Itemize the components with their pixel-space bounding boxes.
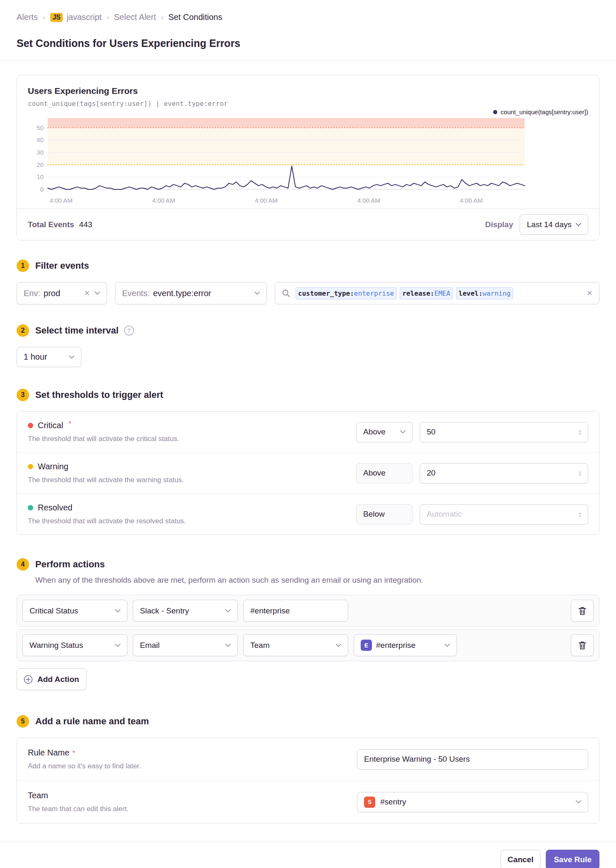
delete-action-button[interactable] bbox=[571, 634, 594, 656]
section-thresholds: 3 Set thresholds to trigger alert bbox=[17, 389, 599, 401]
action-status-select[interactable]: Critical Status bbox=[22, 600, 127, 622]
cancel-button[interactable]: Cancel bbox=[501, 850, 540, 868]
action-target-type-value: Team bbox=[250, 641, 269, 650]
javascript-project-badge: JS bbox=[50, 13, 63, 22]
svg-text:10: 10 bbox=[37, 173, 44, 180]
breadcrumb-link-project[interactable]: JS javascript bbox=[50, 12, 102, 22]
action-channel-value: #enterprise bbox=[250, 606, 290, 615]
display-label: Display bbox=[485, 220, 513, 229]
critical-description: The threshold that will activate the cri… bbox=[28, 435, 179, 443]
perform-actions-heading: Perform actions bbox=[35, 559, 105, 570]
rule-name-heading: Add a rule name and team bbox=[35, 716, 149, 727]
save-rule-button[interactable]: Save Rule bbox=[546, 850, 599, 868]
chevron-down-icon bbox=[69, 356, 74, 359]
team-select[interactable]: S #sentry bbox=[357, 792, 588, 812]
thresholds-heading: Set thresholds to trigger alert bbox=[35, 390, 163, 400]
action-row-warning: Warning Status Email Team E #enterprise bbox=[17, 629, 599, 661]
search-input[interactable]: customer_type:enterprise release:EMEA le… bbox=[275, 282, 599, 304]
time-interval-value: 1 hour bbox=[24, 352, 47, 362]
team-row: Team The team that can edit this alert. … bbox=[17, 780, 599, 823]
action-channel-input[interactable]: #enterprise bbox=[243, 600, 348, 622]
warning-label: Warning bbox=[38, 462, 68, 471]
stepper-icon[interactable]: ↕ bbox=[578, 510, 582, 519]
critical-value-input[interactable] bbox=[426, 427, 575, 437]
event-type-label: Events: bbox=[122, 289, 150, 298]
chevron-down-icon bbox=[336, 644, 341, 647]
resolved-condition-select: Below bbox=[356, 504, 413, 525]
total-events-label: Total Events bbox=[28, 220, 74, 229]
resolved-description: The threshold that will activate the res… bbox=[28, 517, 186, 525]
add-action-button[interactable]: Add Action bbox=[17, 668, 86, 690]
warning-description: The threshold that will activate the war… bbox=[28, 476, 184, 484]
help-icon[interactable]: ? bbox=[124, 326, 134, 336]
delete-action-button[interactable] bbox=[571, 600, 594, 622]
stepper-icon[interactable]: ↕ bbox=[578, 469, 582, 478]
event-type-select[interactable]: Events: event.type:error bbox=[115, 282, 267, 304]
breadcrumb-current: Set Conditions bbox=[168, 12, 222, 22]
section-time-interval: 2 Select time interval ? bbox=[17, 324, 599, 337]
action-target-type-select[interactable]: Team bbox=[243, 634, 348, 656]
trash-icon bbox=[578, 606, 587, 615]
warning-condition-value: Above bbox=[363, 468, 386, 478]
svg-text:4:00 AM: 4:00 AM bbox=[50, 197, 73, 204]
svg-text:30: 30 bbox=[37, 149, 44, 156]
chevron-down-icon bbox=[225, 644, 231, 647]
token-value: enterprise bbox=[354, 289, 394, 297]
resolved-status-dot-icon bbox=[28, 505, 33, 510]
chevron-down-icon bbox=[445, 644, 450, 647]
clear-search-icon[interactable]: × bbox=[587, 289, 592, 298]
svg-text:4:00 AM: 4:00 AM bbox=[255, 197, 278, 204]
action-status-value: Warning Status bbox=[29, 641, 83, 650]
header-divider bbox=[0, 60, 616, 61]
critical-status-dot-icon bbox=[28, 423, 33, 428]
rule-name-description: Add a name so it's easy to find later. bbox=[28, 762, 141, 770]
events-line-chart: 010203040504:00 AM4:00 AM4:00 AM4:00 AM4… bbox=[28, 116, 526, 205]
step-badge-1: 1 bbox=[17, 260, 29, 272]
team-avatar-badge: E bbox=[361, 640, 372, 651]
team-avatar-badge: S bbox=[364, 797, 375, 808]
action-status-select[interactable]: Warning Status bbox=[22, 634, 127, 656]
resolved-value-input[interactable] bbox=[426, 509, 575, 519]
breadcrumb-link-select-alert[interactable]: Select Alert bbox=[114, 12, 156, 22]
team-value: #sentry bbox=[380, 797, 406, 807]
page-title: Set Conditions for Users Experiencing Er… bbox=[17, 37, 599, 49]
display-range-value: Last 14 days bbox=[527, 220, 572, 229]
critical-condition-select[interactable]: Above bbox=[356, 422, 413, 442]
rule-name-input[interactable] bbox=[357, 749, 588, 770]
time-interval-select[interactable]: 1 hour bbox=[17, 347, 81, 367]
step-badge-2: 2 bbox=[17, 324, 29, 337]
warning-value-input[interactable] bbox=[426, 468, 575, 478]
display-range-button[interactable]: Last 14 days bbox=[520, 214, 588, 235]
search-token: customer_type:enterprise bbox=[296, 287, 396, 299]
svg-text:50: 50 bbox=[37, 124, 44, 131]
svg-text:40: 40 bbox=[37, 136, 44, 143]
action-service-select[interactable]: Slack - Sentry bbox=[133, 600, 238, 622]
stepper-icon[interactable]: ↕ bbox=[578, 428, 582, 436]
token-key: release: bbox=[402, 289, 434, 297]
breadcrumb-separator-icon: › bbox=[43, 13, 45, 22]
chevron-down-icon bbox=[95, 292, 100, 295]
thresholds-card: Critical * The threshold that will activ… bbox=[17, 411, 599, 535]
token-value: warning bbox=[483, 289, 511, 297]
warning-threshold-row: Warning The threshold that will activate… bbox=[17, 452, 599, 493]
action-row-critical: Critical Status Slack - Sentry #enterpri… bbox=[17, 595, 599, 627]
critical-threshold-row: Critical * The threshold that will activ… bbox=[17, 412, 599, 452]
legend-label: count_unique(tags[sentry:user]) bbox=[501, 108, 588, 115]
svg-text:20: 20 bbox=[37, 161, 44, 168]
breadcrumb-link-alerts[interactable]: Alerts bbox=[17, 12, 38, 22]
action-service-select[interactable]: Email bbox=[133, 634, 238, 656]
critical-condition-value: Above bbox=[363, 427, 386, 436]
clear-environment-icon[interactable]: × bbox=[84, 289, 90, 298]
legend-dot-icon bbox=[493, 110, 497, 114]
action-service-value: Email bbox=[140, 641, 160, 650]
breadcrumb-project-label: javascript bbox=[66, 12, 101, 22]
environment-select[interactable]: Env: prod × bbox=[17, 282, 107, 304]
action-team-select[interactable]: E #enterprise bbox=[354, 634, 457, 656]
environment-label: Env: bbox=[24, 289, 40, 298]
action-status-value: Critical Status bbox=[29, 606, 78, 615]
chart-legend: count_unique(tags[sentry:user]) bbox=[17, 108, 599, 115]
svg-text:0: 0 bbox=[40, 186, 44, 193]
warning-status-dot-icon bbox=[28, 464, 33, 469]
breadcrumb-separator-icon: › bbox=[107, 13, 109, 22]
chevron-down-icon bbox=[115, 609, 120, 613]
